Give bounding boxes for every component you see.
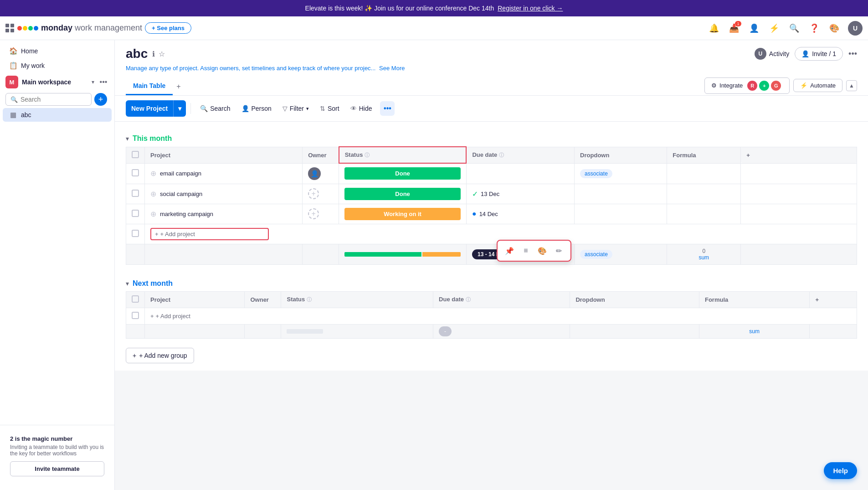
color-picker-icon[interactable]: 🎨 xyxy=(828,22,841,35)
next-add-plus-icon: + xyxy=(150,313,154,320)
collapse-button[interactable]: ▲ xyxy=(846,80,857,91)
group-next-month-header: ▾ Next month xyxy=(126,274,857,291)
next-month-collapse-icon[interactable]: ▾ xyxy=(126,280,129,287)
invite-team-label: Invite / 1 xyxy=(812,50,836,57)
next-summary-add-cell xyxy=(810,324,857,338)
invite-team-button[interactable]: 👤 Invite / 1 xyxy=(795,47,843,61)
new-project-button[interactable]: New Project ▾ xyxy=(126,100,186,117)
next-add-project-row[interactable]: + + Add project xyxy=(126,308,857,324)
hide-toolbar-button[interactable]: 👁 Hide xyxy=(346,102,377,115)
th-add-column[interactable]: + xyxy=(741,147,857,163)
row-project-cell[interactable]: ⊕ marketing campaign xyxy=(145,204,303,224)
popup-edit-icon[interactable]: ✏ xyxy=(551,243,566,258)
next-header-checkbox[interactable] xyxy=(132,295,139,303)
help-label: Help xyxy=(833,467,848,475)
activity-button[interactable]: U Activity xyxy=(755,48,789,60)
group-collapse-icon[interactable]: ▾ xyxy=(126,135,129,142)
add-project-row[interactable]: + + Add project xyxy=(126,224,857,244)
sidebar-item-abc[interactable]: ▦ abc xyxy=(3,108,112,122)
next-th-add-column[interactable]: + xyxy=(810,291,857,308)
add-project-button[interactable]: + + Add project xyxy=(150,228,269,240)
owner-add-icon[interactable]: + xyxy=(308,208,319,219)
next-due-date-info-icon: ⓘ xyxy=(466,297,471,302)
row-status-cell[interactable]: Working on it xyxy=(339,204,467,224)
workspace-icon: M xyxy=(5,76,18,88)
table-row: ⊕ marketing campaign + Working on it xyxy=(126,204,857,224)
logo-dot-blue xyxy=(34,26,38,31)
tab-main-table[interactable]: Main Table xyxy=(126,77,173,95)
search-icon[interactable]: 🔍 xyxy=(788,22,801,35)
header-top-row: abc ℹ ☆ U Activity 👤 Invite / 1 • xyxy=(115,40,868,63)
project-actions: U Activity 👤 Invite / 1 ••• xyxy=(755,47,857,61)
inbox-icon[interactable]: 📥 1 xyxy=(728,22,740,35)
toolbar-more-button[interactable]: ••• xyxy=(380,101,395,116)
star-icon[interactable]: ☆ xyxy=(159,50,165,58)
mywork-icon: 📋 xyxy=(9,62,17,70)
hide-toolbar-label: Hide xyxy=(359,105,372,112)
toolbar-separator xyxy=(190,103,191,114)
search-icon-small: 🔍 xyxy=(10,96,18,103)
next-summary-dropdown-cell xyxy=(570,324,699,338)
row-checkbox[interactable] xyxy=(132,169,139,176)
next-add-checkbox[interactable] xyxy=(132,312,139,319)
banner-cta[interactable]: Register in one click → xyxy=(498,5,563,12)
row-checkbox[interactable] xyxy=(132,190,139,197)
add-new-group-button[interactable]: + + Add new group xyxy=(126,348,194,363)
next-th-dropdown: Dropdown xyxy=(570,291,699,308)
workspace-header[interactable]: M Main workspace ▾ ••• xyxy=(0,73,114,91)
row-add-owner-icon[interactable]: ⊕ xyxy=(150,190,156,198)
automate-button[interactable]: ⚡ Automate xyxy=(793,79,842,92)
person-toolbar-button[interactable]: 👤 Person xyxy=(237,102,276,115)
row-status-cell[interactable]: Done xyxy=(339,184,467,204)
invite-teammate-button[interactable]: Invite teammate xyxy=(10,461,104,476)
row-dropdown-cell xyxy=(575,184,667,204)
next-add-project-cell[interactable]: + + Add project xyxy=(145,308,857,324)
invite-people-icon[interactable]: 👤 xyxy=(748,22,760,35)
info-icon[interactable]: ℹ xyxy=(152,50,155,58)
summary-owner-cell xyxy=(303,244,339,264)
add-row-checkbox[interactable] xyxy=(132,230,139,237)
bell-icon[interactable]: 🔔 xyxy=(708,22,720,35)
summary-add-cell xyxy=(741,244,857,264)
next-add-project-button[interactable]: + + Add project xyxy=(150,313,851,320)
next-add-checkbox-cell xyxy=(126,308,145,324)
person-toolbar-icon: 👤 xyxy=(241,105,249,112)
workspace-more-icon[interactable]: ••• xyxy=(98,77,109,88)
popup-list-icon[interactable]: ≡ xyxy=(519,243,533,258)
sort-toolbar-button[interactable]: ⇅ Sort xyxy=(315,102,344,115)
search-toolbar-icon: 🔍 xyxy=(200,105,208,112)
integrate-button[interactable]: ⚙ Integrate R + G xyxy=(704,77,790,94)
help-icon[interactable]: ❓ xyxy=(808,22,821,35)
grid-menu-icon[interactable] xyxy=(5,24,15,33)
search-add-row: 🔍 + xyxy=(5,93,109,106)
owner-avatar[interactable]: 👤 xyxy=(308,167,321,180)
popup-paint-icon[interactable]: 🎨 xyxy=(535,243,550,258)
popup-pin-icon[interactable]: 📌 xyxy=(502,243,517,258)
th-checkbox xyxy=(126,147,145,163)
see-plans-button[interactable]: + See plans xyxy=(145,22,191,34)
row-project-cell[interactable]: ⊕ social campaign xyxy=(145,184,303,204)
header-checkbox[interactable] xyxy=(132,151,139,158)
tab-add-button[interactable]: + xyxy=(173,79,184,94)
sidebar-item-mywork[interactable]: 📋 My work xyxy=(3,59,112,72)
row-project-cell[interactable]: ⊕ email campaign xyxy=(145,163,303,184)
project-more-button[interactable]: ••• xyxy=(848,49,857,59)
see-more-link[interactable]: See More xyxy=(379,65,405,72)
help-button[interactable]: Help xyxy=(824,462,857,479)
apps-icon[interactable]: ⚡ xyxy=(768,22,781,35)
new-project-dropdown-arrow[interactable]: ▾ xyxy=(173,100,186,117)
row-add-owner-icon[interactable]: ⊕ xyxy=(150,210,156,218)
logo-area: monday work management + See plans xyxy=(5,22,704,34)
filter-toolbar-button[interactable]: ▽ Filter ▾ xyxy=(278,102,313,115)
row-status-cell[interactable]: Done xyxy=(339,163,467,184)
filter-toolbar-label: Filter xyxy=(290,105,304,112)
search-toolbar-button[interactable]: 🔍 Search xyxy=(195,102,235,115)
row-add-owner-icon[interactable]: ⊕ xyxy=(150,169,156,178)
row-checkbox[interactable] xyxy=(132,210,139,217)
add-button[interactable]: + xyxy=(94,93,107,106)
sidebar-item-home[interactable]: 🏠 Home xyxy=(3,44,112,58)
sidebar-search-input[interactable] xyxy=(21,96,87,103)
user-avatar[interactable]: U xyxy=(848,21,863,36)
owner-add-icon[interactable]: + xyxy=(308,188,319,199)
automate-icon: ⚡ xyxy=(800,82,807,89)
